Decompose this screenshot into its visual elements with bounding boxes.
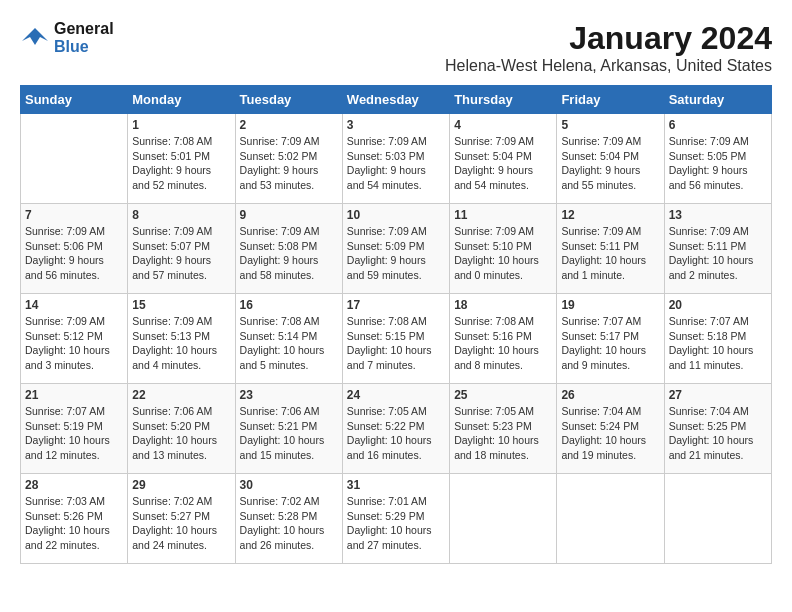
calendar-cell (557, 474, 664, 564)
day-number: 5 (561, 118, 659, 132)
day-info: Sunrise: 7:09 AMSunset: 5:12 PMDaylight:… (25, 314, 123, 373)
day-number: 9 (240, 208, 338, 222)
calendar-cell: 27Sunrise: 7:04 AMSunset: 5:25 PMDayligh… (664, 384, 771, 474)
header-thursday: Thursday (450, 86, 557, 114)
day-info: Sunrise: 7:07 AMSunset: 5:17 PMDaylight:… (561, 314, 659, 373)
day-info: Sunrise: 7:04 AMSunset: 5:24 PMDaylight:… (561, 404, 659, 463)
day-number: 17 (347, 298, 445, 312)
svg-marker-0 (22, 28, 48, 45)
month-title: January 2024 (445, 20, 772, 57)
calendar-cell: 5Sunrise: 7:09 AMSunset: 5:04 PMDaylight… (557, 114, 664, 204)
day-number: 6 (669, 118, 767, 132)
day-number: 22 (132, 388, 230, 402)
calendar-cell: 28Sunrise: 7:03 AMSunset: 5:26 PMDayligh… (21, 474, 128, 564)
header-monday: Monday (128, 86, 235, 114)
calendar-header-row: SundayMondayTuesdayWednesdayThursdayFrid… (21, 86, 772, 114)
calendar-cell: 18Sunrise: 7:08 AMSunset: 5:16 PMDayligh… (450, 294, 557, 384)
day-number: 13 (669, 208, 767, 222)
calendar-cell: 19Sunrise: 7:07 AMSunset: 5:17 PMDayligh… (557, 294, 664, 384)
day-number: 2 (240, 118, 338, 132)
day-number: 15 (132, 298, 230, 312)
day-number: 1 (132, 118, 230, 132)
day-number: 10 (347, 208, 445, 222)
calendar-cell: 29Sunrise: 7:02 AMSunset: 5:27 PMDayligh… (128, 474, 235, 564)
calendar-cell: 4Sunrise: 7:09 AMSunset: 5:04 PMDaylight… (450, 114, 557, 204)
day-info: Sunrise: 7:03 AMSunset: 5:26 PMDaylight:… (25, 494, 123, 553)
day-number: 4 (454, 118, 552, 132)
day-info: Sunrise: 7:09 AMSunset: 5:06 PMDaylight:… (25, 224, 123, 283)
day-info: Sunrise: 7:02 AMSunset: 5:27 PMDaylight:… (132, 494, 230, 553)
calendar-cell: 10Sunrise: 7:09 AMSunset: 5:09 PMDayligh… (342, 204, 449, 294)
day-info: Sunrise: 7:09 AMSunset: 5:05 PMDaylight:… (669, 134, 767, 193)
day-info: Sunrise: 7:06 AMSunset: 5:21 PMDaylight:… (240, 404, 338, 463)
header-tuesday: Tuesday (235, 86, 342, 114)
day-info: Sunrise: 7:09 AMSunset: 5:07 PMDaylight:… (132, 224, 230, 283)
calendar-cell: 14Sunrise: 7:09 AMSunset: 5:12 PMDayligh… (21, 294, 128, 384)
calendar-cell: 20Sunrise: 7:07 AMSunset: 5:18 PMDayligh… (664, 294, 771, 384)
calendar-cell: 22Sunrise: 7:06 AMSunset: 5:20 PMDayligh… (128, 384, 235, 474)
day-info: Sunrise: 7:08 AMSunset: 5:14 PMDaylight:… (240, 314, 338, 373)
day-info: Sunrise: 7:09 AMSunset: 5:04 PMDaylight:… (561, 134, 659, 193)
day-number: 28 (25, 478, 123, 492)
day-number: 12 (561, 208, 659, 222)
day-info: Sunrise: 7:09 AMSunset: 5:04 PMDaylight:… (454, 134, 552, 193)
day-info: Sunrise: 7:09 AMSunset: 5:11 PMDaylight:… (561, 224, 659, 283)
day-info: Sunrise: 7:05 AMSunset: 5:23 PMDaylight:… (454, 404, 552, 463)
header-sunday: Sunday (21, 86, 128, 114)
calendar-cell (450, 474, 557, 564)
day-number: 26 (561, 388, 659, 402)
day-number: 18 (454, 298, 552, 312)
day-number: 16 (240, 298, 338, 312)
day-info: Sunrise: 7:09 AMSunset: 5:08 PMDaylight:… (240, 224, 338, 283)
day-info: Sunrise: 7:08 AMSunset: 5:15 PMDaylight:… (347, 314, 445, 373)
calendar-cell: 15Sunrise: 7:09 AMSunset: 5:13 PMDayligh… (128, 294, 235, 384)
day-info: Sunrise: 7:08 AMSunset: 5:16 PMDaylight:… (454, 314, 552, 373)
day-number: 27 (669, 388, 767, 402)
calendar-cell: 12Sunrise: 7:09 AMSunset: 5:11 PMDayligh… (557, 204, 664, 294)
header-friday: Friday (557, 86, 664, 114)
day-info: Sunrise: 7:07 AMSunset: 5:19 PMDaylight:… (25, 404, 123, 463)
day-number: 14 (25, 298, 123, 312)
calendar-cell: 16Sunrise: 7:08 AMSunset: 5:14 PMDayligh… (235, 294, 342, 384)
day-info: Sunrise: 7:01 AMSunset: 5:29 PMDaylight:… (347, 494, 445, 553)
calendar-cell: 31Sunrise: 7:01 AMSunset: 5:29 PMDayligh… (342, 474, 449, 564)
day-number: 21 (25, 388, 123, 402)
header-saturday: Saturday (664, 86, 771, 114)
day-info: Sunrise: 7:09 AMSunset: 5:09 PMDaylight:… (347, 224, 445, 283)
calendar-cell (21, 114, 128, 204)
calendar-cell: 24Sunrise: 7:05 AMSunset: 5:22 PMDayligh… (342, 384, 449, 474)
day-number: 20 (669, 298, 767, 312)
day-number: 31 (347, 478, 445, 492)
day-info: Sunrise: 7:09 AMSunset: 5:02 PMDaylight:… (240, 134, 338, 193)
calendar-cell: 30Sunrise: 7:02 AMSunset: 5:28 PMDayligh… (235, 474, 342, 564)
logo: General Blue (20, 20, 114, 56)
calendar-cell: 11Sunrise: 7:09 AMSunset: 5:10 PMDayligh… (450, 204, 557, 294)
calendar-cell (664, 474, 771, 564)
day-number: 25 (454, 388, 552, 402)
calendar-cell: 7Sunrise: 7:09 AMSunset: 5:06 PMDaylight… (21, 204, 128, 294)
day-number: 30 (240, 478, 338, 492)
day-info: Sunrise: 7:09 AMSunset: 5:10 PMDaylight:… (454, 224, 552, 283)
header-wednesday: Wednesday (342, 86, 449, 114)
day-info: Sunrise: 7:09 AMSunset: 5:13 PMDaylight:… (132, 314, 230, 373)
day-number: 8 (132, 208, 230, 222)
calendar-cell: 13Sunrise: 7:09 AMSunset: 5:11 PMDayligh… (664, 204, 771, 294)
day-info: Sunrise: 7:04 AMSunset: 5:25 PMDaylight:… (669, 404, 767, 463)
calendar-cell: 9Sunrise: 7:09 AMSunset: 5:08 PMDaylight… (235, 204, 342, 294)
day-number: 24 (347, 388, 445, 402)
calendar-week-row: 7Sunrise: 7:09 AMSunset: 5:06 PMDaylight… (21, 204, 772, 294)
day-info: Sunrise: 7:06 AMSunset: 5:20 PMDaylight:… (132, 404, 230, 463)
calendar-cell: 8Sunrise: 7:09 AMSunset: 5:07 PMDaylight… (128, 204, 235, 294)
logo-text: General Blue (54, 20, 114, 56)
location-title: Helena-West Helena, Arkansas, United Sta… (445, 57, 772, 75)
calendar-cell: 17Sunrise: 7:08 AMSunset: 5:15 PMDayligh… (342, 294, 449, 384)
calendar-cell: 1Sunrise: 7:08 AMSunset: 5:01 PMDaylight… (128, 114, 235, 204)
day-info: Sunrise: 7:05 AMSunset: 5:22 PMDaylight:… (347, 404, 445, 463)
calendar-week-row: 21Sunrise: 7:07 AMSunset: 5:19 PMDayligh… (21, 384, 772, 474)
day-info: Sunrise: 7:02 AMSunset: 5:28 PMDaylight:… (240, 494, 338, 553)
day-number: 19 (561, 298, 659, 312)
calendar-week-row: 14Sunrise: 7:09 AMSunset: 5:12 PMDayligh… (21, 294, 772, 384)
calendar-cell: 6Sunrise: 7:09 AMSunset: 5:05 PMDaylight… (664, 114, 771, 204)
day-info: Sunrise: 7:08 AMSunset: 5:01 PMDaylight:… (132, 134, 230, 193)
calendar-cell: 21Sunrise: 7:07 AMSunset: 5:19 PMDayligh… (21, 384, 128, 474)
